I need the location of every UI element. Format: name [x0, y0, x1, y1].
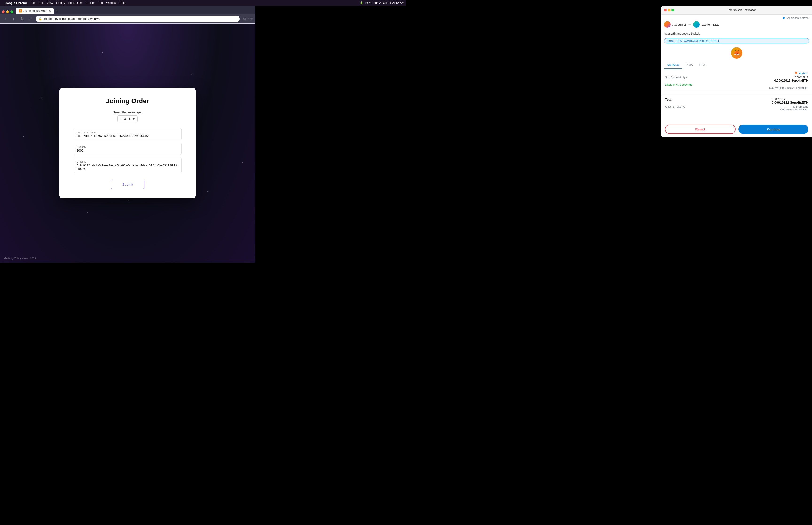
home-button[interactable]: ⌂ [27, 15, 34, 22]
maximize-window-button[interactable] [10, 10, 13, 13]
bookmark-icon[interactable]: ☆ [250, 17, 253, 21]
webpage: Joining Order Select the token type: ERC… [0, 24, 255, 262]
menu-edit[interactable]: Edit [39, 1, 44, 4]
contract-address-value: 0x2E6dd9771E607259F9F52AcD2A99Ba7A648395… [77, 134, 179, 137]
back-button[interactable]: ‹ [2, 15, 9, 22]
mac-menubar: Google Chrome File Edit View History Boo… [0, 0, 406, 6]
menu-items: File Edit View History Bookmarks Profile… [31, 1, 125, 4]
token-select-label: Select the token type: [74, 110, 182, 114]
submit-button[interactable]: Submit [111, 180, 145, 189]
modal-backdrop: Joining Order Select the token type: ERC… [0, 24, 255, 262]
order-id-value: 0x9c61924ebdd6a9eea4aebd5ba80a6ac9dacb44… [77, 164, 179, 170]
chrome-tabbar: A AutonomousSwap × + [0, 6, 255, 14]
contract-address-field: Contract address 0x2E6dd9771E607259F9F52… [74, 128, 182, 140]
new-tab-button[interactable]: + [53, 7, 60, 14]
app-name: Google Chrome [5, 1, 28, 5]
quantity-label: Quantity [77, 146, 179, 148]
footer-text: Made by Thiagodeev - 2023 [4, 257, 36, 260]
quantity-field: Quantity 1000 [74, 143, 182, 155]
share-icon[interactable]: ↑ [247, 17, 249, 21]
chrome-tab[interactable]: A AutonomousSwap × [16, 7, 53, 14]
quantity-value: 1000 [77, 149, 179, 152]
token-select-area: Select the token type: ERC20 ▾ [74, 110, 182, 122]
reload-button[interactable]: ↻ [19, 15, 25, 22]
menu-view[interactable]: View [47, 1, 53, 4]
menu-help[interactable]: Help [120, 1, 125, 4]
lock-icon: 🔒 [39, 17, 42, 20]
webpage-footer: Made by Thiagodeev - 2023 [4, 257, 36, 260]
menu-bookmarks[interactable]: Bookmarks [68, 1, 82, 4]
submit-wrap: Submit [74, 180, 182, 189]
menu-tab[interactable]: Tab [98, 1, 103, 4]
modal-title: Joining Order [74, 97, 182, 105]
order-id-field: Order ID 0x9c61924ebdd6a9eea4aebd5ba80a6… [74, 158, 182, 173]
chrome-addressbar: ‹ › ↻ ⌂ 🔒 thiagodeev.github.io/autonomou… [0, 14, 255, 24]
minimize-window-button[interactable] [6, 10, 9, 13]
chrome-traffic-lights [2, 10, 13, 13]
address-field[interactable]: 🔒 thiagodeev.github.io/autonomousSwap/#0 [36, 15, 240, 22]
chrome-window: A AutonomousSwap × + ‹ › ↻ ⌂ 🔒 thiagodee… [0, 6, 255, 262]
battery-pct: 100% [365, 1, 371, 4]
token-dropdown-value: ERC20 [121, 117, 131, 121]
token-dropdown[interactable]: ERC20 ▾ [118, 115, 138, 122]
tab-close-button[interactable]: × [49, 9, 51, 13]
order-id-label: Order ID [77, 160, 179, 163]
tab-favicon: A [19, 9, 22, 13]
address-right-icons: ⧉ ↑ ☆ [243, 17, 253, 21]
battery-icon: 🔋 [360, 1, 363, 4]
joining-order-modal: Joining Order Select the token type: ERC… [59, 88, 196, 198]
clock: Sun 22 Oct 11:27:55 AM [373, 1, 404, 4]
chevron-down-icon: ▾ [133, 117, 135, 121]
menu-window[interactable]: Window [106, 1, 116, 4]
menu-file[interactable]: File [31, 1, 35, 4]
translate-icon[interactable]: ⧉ [243, 17, 246, 21]
tab-title: AutonomousSwap [24, 9, 46, 13]
menu-profiles[interactable]: Profiles [86, 1, 95, 4]
right-icons: 🔋 100% Sun 22 Oct 11:27:55 AM [360, 1, 404, 4]
address-url: thiagodeev.github.io/autonomousSwap/#0 [44, 17, 100, 20]
forward-button[interactable]: › [10, 15, 17, 22]
contract-address-label: Contract address [77, 131, 179, 134]
menu-history[interactable]: History [56, 1, 65, 4]
close-window-button[interactable] [2, 10, 5, 13]
